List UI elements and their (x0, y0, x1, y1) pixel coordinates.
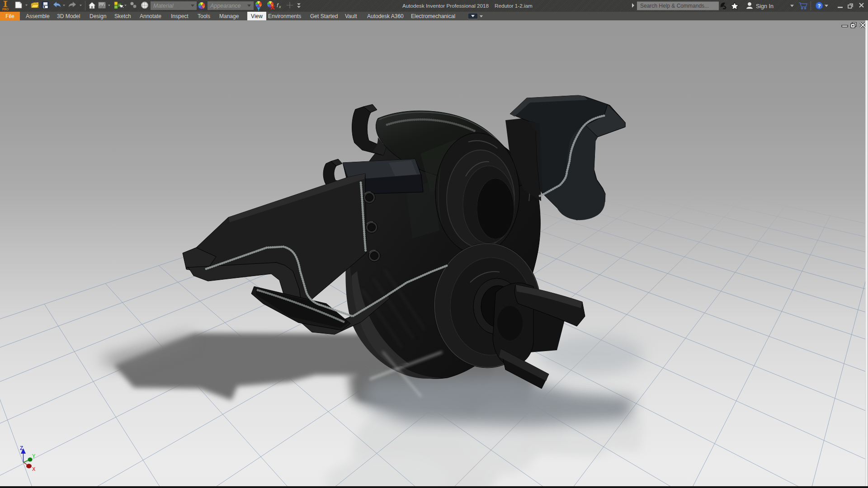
svg-text:X: X (32, 466, 36, 472)
svg-text:Y: Y (32, 453, 36, 459)
svg-text:Z: Z (20, 445, 23, 451)
